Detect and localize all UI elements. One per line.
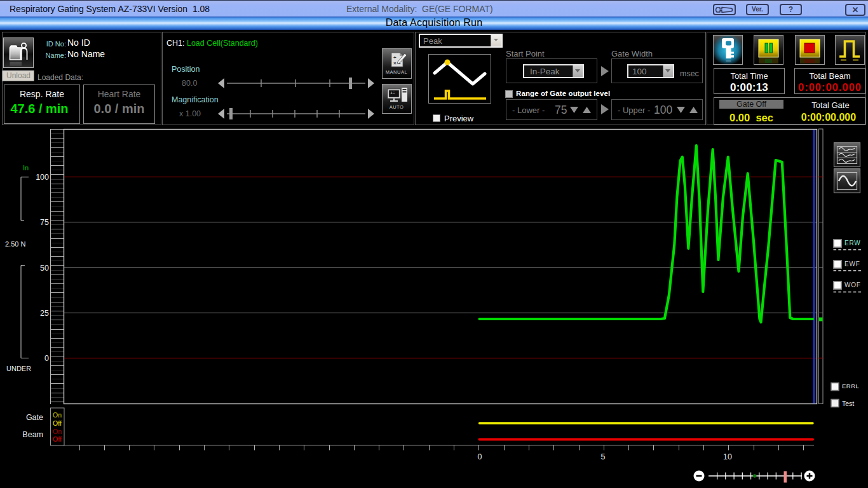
svg-text:Off: Off <box>53 419 62 427</box>
svg-text:5: 5 <box>601 452 606 461</box>
svg-text:0: 0 <box>44 354 49 363</box>
svg-text:In: In <box>23 164 29 172</box>
svg-text:On: On <box>53 428 62 435</box>
svg-text:Off: Off <box>53 435 62 443</box>
svg-text:On: On <box>53 411 62 419</box>
svg-text:Test: Test <box>842 400 854 407</box>
svg-text:ERRL: ERRL <box>842 383 859 390</box>
svg-text:50: 50 <box>40 264 49 273</box>
svg-text:WOF: WOF <box>844 281 861 288</box>
svg-text:25: 25 <box>40 309 49 318</box>
svg-text:75: 75 <box>40 218 49 227</box>
svg-text:0: 0 <box>478 452 482 461</box>
svg-text:Beam: Beam <box>22 430 43 439</box>
svg-text:EWF: EWF <box>844 261 860 268</box>
svg-text:Gate: Gate <box>26 413 43 422</box>
svg-text:2.50 N: 2.50 N <box>5 240 25 248</box>
svg-text:100: 100 <box>36 173 49 182</box>
svg-text:UNDER: UNDER <box>6 365 31 372</box>
svg-text:ERW: ERW <box>844 240 861 247</box>
svg-text:10: 10 <box>723 452 732 461</box>
